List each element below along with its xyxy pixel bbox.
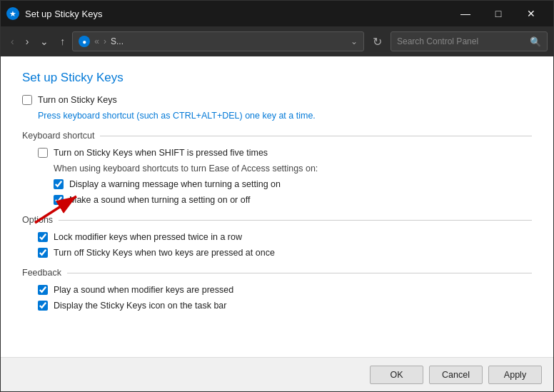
address-icon: ● [79,36,90,47]
dropdown-button[interactable]: ⌄ [36,33,53,50]
nav-bar: ‹ › ⌄ ↑ ● « › S... ⌄ ↻ 🔍 [1,26,553,56]
turn-off-two-keys-label[interactable]: Turn off Sticky Keys when two keys are p… [54,248,275,258]
close-button[interactable]: ✕ [515,1,548,26]
turn-on-sticky-keys-checkbox[interactable] [22,95,32,105]
svg-line-1 [35,196,76,223]
search-bar[interactable]: 🔍 [391,31,548,51]
window: ★ Set up Sticky Keys — □ ✕ ‹ › ⌄ ↑ ● « ›… [0,0,554,392]
play-sound-label[interactable]: Play a sound when modifier keys are pres… [54,285,233,295]
address-bar[interactable]: ● « › S... ⌄ [72,31,364,51]
search-input[interactable] [397,36,525,46]
sound-setting-label[interactable]: Make a sound when turning a setting on o… [69,195,250,205]
hint-text: Press keyboard shortcut (such as CTRL+AL… [38,111,532,121]
maximize-button[interactable]: □ [482,1,515,26]
options-section-header: Options [22,215,532,225]
shift-shortcut-row: Turn on Sticky Keys when SHIFT is presse… [38,148,532,158]
turn-on-sticky-keys-label[interactable]: Turn on Sticky Keys [38,95,117,105]
window-title: Set up Sticky Keys [25,9,449,19]
address-chevron-icon: ⌄ [351,36,358,46]
keyboard-shortcut-divider [100,136,532,136]
shift-shortcut-label[interactable]: Turn on Sticky Keys when SHIFT is presse… [54,148,268,158]
footer: OK Cancel Apply [1,357,553,391]
warning-message-row: Display a warning message when turning a… [54,179,532,189]
feedback-divider [67,273,532,273]
turn-off-two-keys-row: Turn off Sticky Keys when two keys are p… [38,248,532,258]
lock-modifier-row: Lock modifier keys when pressed twice in… [38,232,532,242]
feedback-label: Feedback [22,268,61,278]
turn-on-sticky-keys-row: Turn on Sticky Keys [22,95,532,105]
address-separator: « [94,36,99,46]
window-icon: ★ [6,7,19,20]
keyboard-shortcut-label: Keyboard shortcut [22,131,94,141]
warning-message-label[interactable]: Display a warning message when turning a… [69,179,281,189]
title-bar-controls: — □ ✕ [449,1,548,26]
shift-shortcut-checkbox[interactable] [38,148,48,158]
address-text: S... [111,36,124,46]
ease-of-access-sub-label: When using keyboard shortcuts to turn Ea… [54,164,532,174]
play-sound-row: Play a sound when modifier keys are pres… [38,285,532,295]
back-button[interactable]: ‹ [6,33,19,50]
search-icon: 🔍 [530,36,541,47]
red-arrow-annotation [28,184,92,230]
up-button[interactable]: ↑ [56,33,69,50]
address-arrow: › [104,36,106,46]
display-icon-checkbox[interactable] [38,301,48,311]
sound-setting-row: Make a sound when turning a setting on o… [54,195,532,205]
ok-button[interactable]: OK [370,366,423,384]
forward-button[interactable]: › [21,33,34,50]
display-icon-label[interactable]: Display the Sticky Keys icon on the task… [54,301,226,311]
title-bar: ★ Set up Sticky Keys — □ ✕ [1,1,553,26]
apply-button[interactable]: Apply [488,366,542,384]
display-icon-row: Display the Sticky Keys icon on the task… [38,301,532,311]
cancel-button[interactable]: Cancel [429,366,483,384]
content-area: Set up Sticky Keys Turn on Sticky Keys P… [1,56,553,357]
refresh-button[interactable]: ↻ [367,32,388,51]
feedback-section-header: Feedback [22,268,532,278]
keyboard-shortcut-section-header: Keyboard shortcut [22,131,532,141]
turn-off-two-keys-checkbox[interactable] [38,248,48,258]
page-title: Set up Sticky Keys [22,71,532,85]
lock-modifier-label[interactable]: Lock modifier keys when pressed twice in… [54,232,242,242]
minimize-button[interactable]: — [449,1,482,26]
play-sound-checkbox[interactable] [38,285,48,295]
options-divider [59,220,532,221]
lock-modifier-checkbox[interactable] [38,232,48,242]
